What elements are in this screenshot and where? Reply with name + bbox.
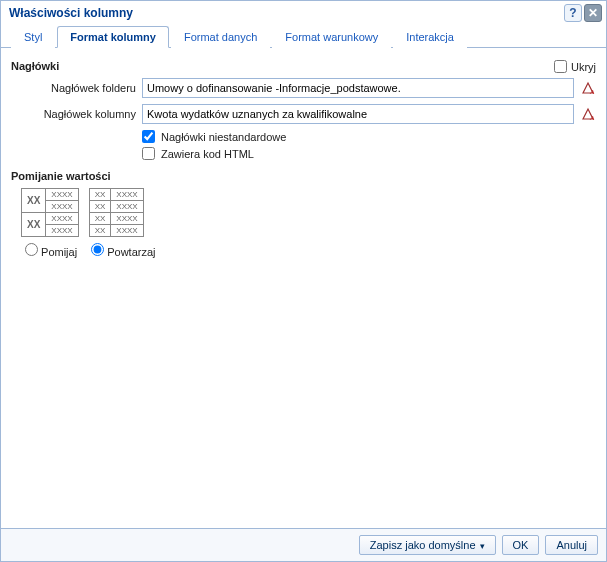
custom-headers-row: Nagłówki niestandardowe <box>142 130 596 143</box>
titlebar-icons: ? ✕ <box>564 4 602 22</box>
suppress-repeat-radio[interactable] <box>91 243 104 256</box>
headers-section-title: Nagłówki <box>11 60 596 72</box>
column-header-row: Nagłówek kolumny A <box>11 104 596 124</box>
html-label[interactable]: Zawiera kod HTML <box>161 148 254 160</box>
format-folder-header-icon[interactable]: A <box>580 80 596 96</box>
folder-header-label: Nagłówek folderu <box>11 82 136 94</box>
help-icon[interactable]: ? <box>564 4 582 22</box>
folder-header-input[interactable] <box>142 78 574 98</box>
svg-text:A: A <box>589 114 595 121</box>
suppress-section-title: Pomijanie wartości <box>11 170 596 182</box>
suppress-grid-repeated: XXXXXX XXXXXX XXXXXX XXXXXX <box>89 188 144 237</box>
html-checkbox[interactable] <box>142 147 155 160</box>
tab-format-kolumny[interactable]: Format kolumny <box>57 26 169 48</box>
html-row: Zawiera kod HTML <box>142 147 596 160</box>
save-as-default-button[interactable]: Zapisz jako domyślne▾ <box>359 535 496 555</box>
chevron-down-icon: ▾ <box>480 541 485 551</box>
suppress-skip-label[interactable]: Pomijaj <box>41 246 77 258</box>
suppress-skip-radio[interactable] <box>25 243 38 256</box>
close-icon[interactable]: ✕ <box>584 4 602 22</box>
suppress-repeat-label[interactable]: Powtarzaj <box>107 246 155 258</box>
footer: Zapisz jako domyślne▾ OK Anuluj <box>1 528 606 561</box>
save-as-default-label: Zapisz jako domyślne <box>370 539 476 551</box>
tabbar: Styl Format kolumny Format danych Format… <box>1 25 606 48</box>
dialog-title: Właściwości kolumny <box>9 6 133 20</box>
tab-format-warunkowy[interactable]: Format warunkowy <box>272 26 391 48</box>
tab-styl[interactable]: Styl <box>11 26 55 48</box>
suppress-section: Pomijanie wartości XXXXXX XXXX XXXXXX XX… <box>11 170 596 258</box>
suppress-radio-row: Pomijaj Powtarzaj <box>25 243 596 258</box>
hide-checkbox[interactable] <box>554 60 567 73</box>
svg-text:A: A <box>589 88 595 95</box>
folder-header-row: Nagłówek folderu A <box>11 78 596 98</box>
hide-label[interactable]: Ukryj <box>571 61 596 73</box>
tab-format-danych[interactable]: Format danych <box>171 26 270 48</box>
ok-button[interactable]: OK <box>502 535 540 555</box>
format-column-header-icon[interactable]: A <box>580 106 596 122</box>
suppress-grid-merged: XXXXXX XXXX XXXXXX XXXX <box>21 188 79 237</box>
suppress-illustrations: XXXXXX XXXX XXXXXX XXXX XXXXXX XXXXXX XX… <box>21 188 596 237</box>
custom-headers-checkbox[interactable] <box>142 130 155 143</box>
tab-interakcja[interactable]: Interakcja <box>393 26 467 48</box>
column-header-label: Nagłówek kolumny <box>11 108 136 120</box>
column-header-input[interactable] <box>142 104 574 124</box>
cancel-button[interactable]: Anuluj <box>545 535 598 555</box>
hide-checkbox-group: Ukryj <box>554 60 596 73</box>
titlebar: Właściwości kolumny ? ✕ <box>1 1 606 25</box>
custom-headers-label[interactable]: Nagłówki niestandardowe <box>161 131 286 143</box>
content-area: Ukryj Nagłówki Nagłówek folderu A Nagłów… <box>1 48 606 528</box>
column-properties-dialog: Właściwości kolumny ? ✕ Styl Format kolu… <box>0 0 607 562</box>
